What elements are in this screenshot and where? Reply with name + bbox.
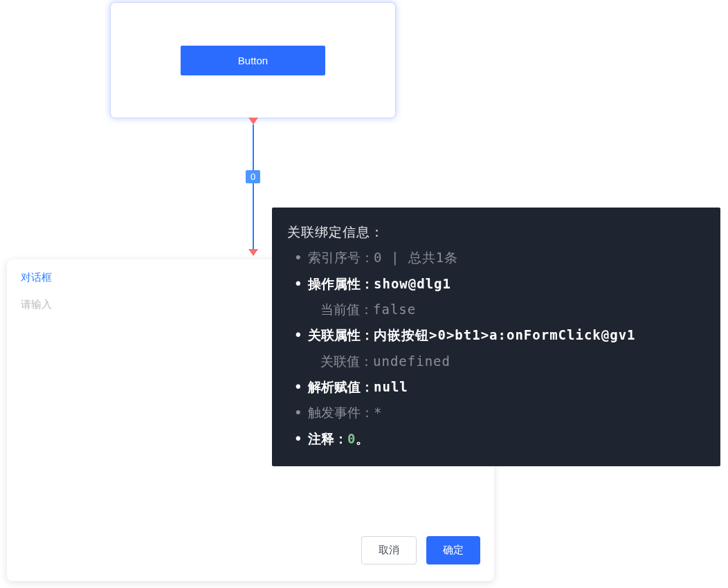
connector-label: 0 xyxy=(246,170,260,183)
info-index-row: 索引序号：0 | 总共1条 xyxy=(287,247,705,268)
connector-line xyxy=(253,125,254,249)
info-op-row: 操作属性：show@dlg1 xyxy=(287,273,705,295)
source-node-card[interactable]: Button xyxy=(111,3,395,118)
demo-button[interactable]: Button xyxy=(181,46,325,75)
ok-button[interactable]: 确定 xyxy=(426,536,480,564)
info-rel-row: 关联属性：内嵌按钮>0>bt1>a:onFormClick@gv1 xyxy=(287,324,705,346)
info-rel-value-row: 关联值：undefined xyxy=(287,351,705,372)
info-trigger-row: 触发事件：* xyxy=(287,402,705,423)
binding-info-panel: 关联绑定信息： 索引序号：0 | 总共1条 操作属性：show@dlg1 当前值… xyxy=(272,208,720,466)
info-current-value-row: 当前值：false xyxy=(287,299,705,320)
dialog-footer: 取消 确定 xyxy=(7,536,494,581)
info-parse-row: 解析赋值：null xyxy=(287,376,705,398)
cancel-button[interactable]: 取消 xyxy=(361,536,417,564)
info-note-row: 注释：0。 xyxy=(287,428,705,450)
connector-arrow-top-icon xyxy=(248,118,258,125)
connector: 0 xyxy=(251,118,255,256)
connector-arrow-bottom-icon xyxy=(248,249,258,256)
info-title: 关联绑定信息： xyxy=(287,221,705,243)
